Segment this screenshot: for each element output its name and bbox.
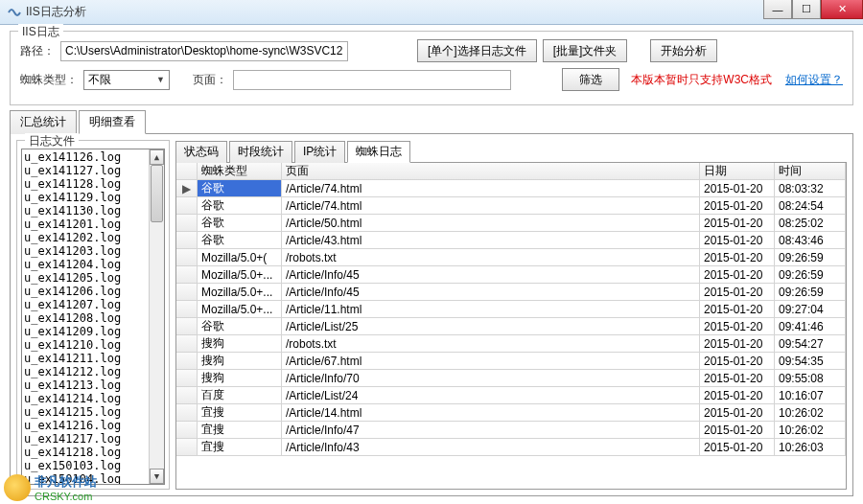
table-row[interactable]: 搜狗/Article/Info/702015-01-2009:55:08 bbox=[176, 370, 846, 387]
list-item[interactable]: u_ex141211.log bbox=[24, 352, 162, 365]
page-input[interactable] bbox=[233, 70, 511, 90]
cell-date: 2015-01-20 bbox=[700, 353, 775, 369]
row-marker bbox=[176, 215, 198, 231]
list-item[interactable]: u_ex141216.log bbox=[24, 419, 162, 432]
table-row[interactable]: ▶谷歌/Article/74.html2015-01-2008:03:32 bbox=[176, 180, 846, 197]
tab-summary[interactable]: 汇总统计 bbox=[10, 110, 77, 134]
filter-button[interactable]: 筛选 bbox=[562, 68, 619, 91]
log-file-list[interactable]: u_ex141126.logu_ex141127.logu_ex141128.l… bbox=[21, 149, 165, 485]
list-item[interactable]: u_ex141201.log bbox=[24, 218, 162, 231]
vertical-scrollbar[interactable]: ▲ ▼ bbox=[149, 149, 164, 484]
grid-header: 蜘蛛类型 页面 日期 时间 bbox=[176, 163, 846, 180]
list-item[interactable]: u_ex141210.log bbox=[24, 338, 162, 352]
row-marker bbox=[176, 404, 198, 421]
cell-page: /Article/Info/45 bbox=[282, 284, 700, 300]
list-item[interactable]: u_ex141218.log bbox=[24, 446, 162, 459]
list-item[interactable]: u_ex141209.log bbox=[24, 325, 162, 338]
cell-type: 谷歌 bbox=[198, 318, 282, 334]
watermark: 非凡软件站 CRSKY.com bbox=[4, 473, 97, 502]
list-item[interactable]: u_ex141203.log bbox=[24, 244, 162, 258]
cell-date: 2015-01-20 bbox=[700, 301, 775, 317]
minimize-button[interactable]: — bbox=[763, 0, 792, 19]
table-row[interactable]: 谷歌/Article/50.html2015-01-2008:25:02 bbox=[176, 215, 846, 232]
detail-panel: 日志文件 u_ex141126.logu_ex141127.logu_ex141… bbox=[10, 133, 853, 496]
cell-date: 2015-01-20 bbox=[700, 249, 775, 265]
cell-page: /Article/74.html bbox=[282, 197, 700, 214]
list-item[interactable]: u_ex141208.log bbox=[24, 311, 162, 325]
list-item[interactable]: u_ex141217.log bbox=[24, 432, 162, 446]
table-row[interactable]: 搜狗/robots.txt2015-01-2009:54:27 bbox=[176, 335, 846, 353]
list-item[interactable]: u_ex141128.log bbox=[24, 177, 162, 191]
select-file-button[interactable]: [单个]选择日志文件 bbox=[417, 39, 537, 62]
scroll-thumb[interactable] bbox=[151, 165, 163, 222]
row-marker bbox=[176, 335, 198, 352]
scroll-down-icon[interactable]: ▼ bbox=[150, 469, 164, 484]
table-row[interactable]: 谷歌/Article/43.html2015-01-2008:43:46 bbox=[176, 232, 846, 249]
cell-time: 10:26:02 bbox=[775, 404, 846, 421]
list-item[interactable]: u_ex141213.log bbox=[24, 378, 162, 392]
cell-type: 谷歌 bbox=[198, 215, 282, 231]
cell-date: 2015-01-20 bbox=[700, 422, 775, 438]
table-row[interactable]: 搜狗/Article/67.html2015-01-2009:54:35 bbox=[176, 353, 846, 370]
tab-status-code[interactable]: 状态码 bbox=[175, 141, 227, 163]
table-row[interactable]: 宜搜/Article/Info/472015-01-2010:26:02 bbox=[176, 422, 846, 439]
row-marker: ▶ bbox=[176, 180, 198, 196]
row-marker bbox=[176, 301, 198, 317]
list-item[interactable]: u_ex141204.log bbox=[24, 258, 162, 271]
col-header-page[interactable]: 页面 bbox=[282, 163, 700, 179]
list-item[interactable]: u_ex150103.log bbox=[24, 459, 162, 472]
table-row[interactable]: 百度/Article/List/242015-01-2010:16:07 bbox=[176, 387, 846, 404]
close-button[interactable]: ✕ bbox=[821, 0, 863, 19]
list-item[interactable]: u_ex141212.log bbox=[24, 365, 162, 378]
table-row[interactable]: 谷歌/Article/74.html2015-01-2008:24:54 bbox=[176, 197, 846, 215]
titlebar: IIS日志分析 — ☐ ✕ bbox=[0, 0, 863, 25]
right-area: 状态码 时段统计 IP统计 蜘蛛日志 蜘蛛类型 页面 日期 时间 ▶谷歌/Art… bbox=[175, 140, 847, 490]
col-header-type[interactable]: 蜘蛛类型 bbox=[198, 163, 282, 179]
row-selector-header[interactable] bbox=[176, 163, 198, 179]
page-label: 页面： bbox=[193, 72, 227, 88]
col-header-date[interactable]: 日期 bbox=[700, 163, 775, 179]
group-title: IIS日志 bbox=[18, 24, 63, 40]
cell-page: /robots.txt bbox=[282, 249, 700, 265]
cell-time: 09:27:04 bbox=[775, 301, 846, 317]
list-item[interactable]: u_ex141215.log bbox=[24, 405, 162, 419]
table-row[interactable]: Mozilla/5.0+.../Article/Info/452015-01-2… bbox=[176, 266, 846, 284]
table-row[interactable]: Mozilla/5.0+.../Article/11.html2015-01-2… bbox=[176, 301, 846, 318]
row-marker bbox=[176, 284, 198, 300]
row-marker bbox=[176, 370, 198, 386]
tab-time-stats[interactable]: 时段统计 bbox=[229, 141, 292, 163]
spider-type-dropdown[interactable]: 不限 ▼ bbox=[83, 70, 170, 90]
col-header-time[interactable]: 时间 bbox=[775, 163, 846, 179]
table-row[interactable]: Mozilla/5.0+.../Article/Info/452015-01-2… bbox=[176, 284, 846, 301]
maximize-button[interactable]: ☐ bbox=[792, 0, 821, 19]
spider-type-value: 不限 bbox=[88, 72, 111, 88]
row-marker bbox=[176, 422, 198, 438]
table-row[interactable]: 宜搜/Article/Info/432015-01-2010:26:03 bbox=[176, 439, 846, 456]
tab-ip-stats[interactable]: IP统计 bbox=[294, 141, 345, 163]
path-input[interactable] bbox=[60, 41, 348, 61]
list-item[interactable]: u_ex141205.log bbox=[24, 271, 162, 285]
cell-date: 2015-01-20 bbox=[700, 370, 775, 386]
list-item[interactable]: u_ex141126.log bbox=[24, 150, 162, 164]
table-row[interactable]: Mozilla/5.0+(/robots.txt2015-01-2009:26:… bbox=[176, 249, 846, 266]
how-to-link[interactable]: 如何设置？ bbox=[785, 72, 843, 88]
list-item[interactable]: u_ex141214.log bbox=[24, 392, 162, 405]
cell-date: 2015-01-20 bbox=[700, 266, 775, 283]
table-row[interactable]: 谷歌/Article/List/252015-01-2009:41:46 bbox=[176, 318, 846, 335]
list-item[interactable]: u_ex141127.log bbox=[24, 164, 162, 177]
tab-detail[interactable]: 明细查看 bbox=[79, 110, 146, 134]
table-row[interactable]: 宜搜/Article/14.html2015-01-2010:26:02 bbox=[176, 404, 846, 422]
scroll-up-icon[interactable]: ▲ bbox=[150, 149, 164, 165]
cell-page: /Article/Info/47 bbox=[282, 422, 700, 438]
list-item[interactable]: u_ex141202.log bbox=[24, 231, 162, 244]
cell-type: 搜狗 bbox=[198, 353, 282, 369]
cell-date: 2015-01-20 bbox=[700, 180, 775, 196]
list-item[interactable]: u_ex141130.log bbox=[24, 204, 162, 218]
start-analysis-button[interactable]: 开始分析 bbox=[650, 39, 717, 62]
select-folder-button[interactable]: [批量]文件夹 bbox=[543, 39, 628, 62]
list-item[interactable]: u_ex141207.log bbox=[24, 298, 162, 311]
list-item[interactable]: u_ex141129.log bbox=[24, 191, 162, 204]
tab-spider-log[interactable]: 蜘蛛日志 bbox=[347, 141, 410, 163]
cell-page: /Article/Info/70 bbox=[282, 370, 700, 386]
list-item[interactable]: u_ex141206.log bbox=[24, 285, 162, 298]
